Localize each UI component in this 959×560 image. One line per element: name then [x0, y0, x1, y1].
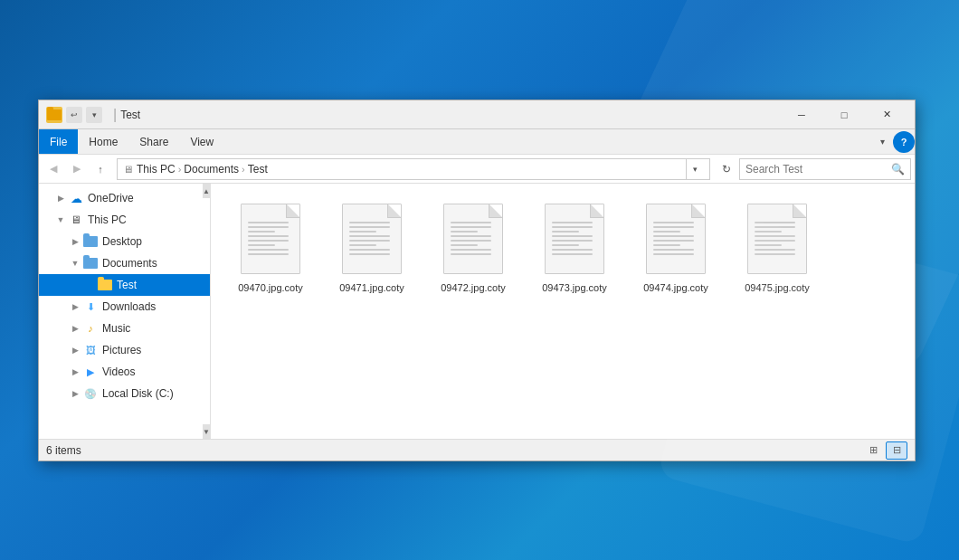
test-expand[interactable] — [82, 278, 97, 292]
back-button[interactable]: ◀ — [43, 158, 64, 180]
file-lines — [349, 222, 394, 258]
file-lines — [755, 222, 800, 258]
test-label: Test — [117, 279, 137, 291]
file-lines — [653, 222, 698, 258]
sidebar-item-documents[interactable]: ▼ Documents — [39, 252, 210, 274]
minimize-button[interactable]: ─ — [781, 100, 822, 129]
file-item[interactable]: 09470.jpg.coty — [225, 198, 316, 299]
file-page — [747, 204, 807, 274]
sidebar-item-videos[interactable]: ▶ ▶ Videos — [39, 361, 210, 383]
up-button[interactable]: ↑ — [90, 158, 111, 180]
pictures-icon: 🖼 — [82, 343, 99, 357]
this-pc-icon: 🖥 — [68, 213, 84, 227]
file-explorer-window: ↩ ▾ | Test ─ □ ✕ File Home Share View ▾ … — [38, 100, 916, 461]
documents-label: Documents — [102, 257, 157, 270]
local-disk-expand[interactable]: ▶ — [68, 386, 82, 401]
file-item[interactable]: 09474.jpg.coty — [631, 198, 721, 299]
help-button[interactable]: ? — [893, 131, 915, 153]
onedrive-icon: ☁ — [68, 191, 84, 205]
path-this-pc[interactable]: This PC — [137, 163, 176, 176]
music-icon: ♪ — [82, 321, 99, 336]
path-dropdown-btn[interactable]: ▾ — [686, 158, 704, 180]
path-test[interactable]: Test — [248, 163, 268, 176]
item-count: 6 items — [46, 444, 81, 457]
menu-bar: File Home Share View ▾ ? — [39, 129, 915, 155]
this-pc-expand[interactable]: ▼ — [53, 213, 68, 227]
file-icon — [543, 204, 606, 278]
sidebar-item-downloads[interactable]: ▶ ⬇ Downloads — [39, 296, 210, 318]
file-name: 09471.jpg.coty — [339, 281, 404, 294]
file-name: 09473.jpg.coty — [542, 281, 607, 294]
sidebar: ▲ ▶ ☁ OneDrive ▼ 🖥 This PC ▶ Desktop — [39, 184, 211, 439]
sidebar-item-desktop[interactable]: ▶ Desktop — [39, 231, 210, 252]
files-area: 09470.jpg.coty 09471.jpg.coty 09472.jpg.… — [211, 184, 915, 439]
sidebar-scroll-up[interactable]: ▲ — [203, 184, 210, 198]
file-name: 09474.jpg.coty — [643, 281, 708, 294]
file-item[interactable]: 09472.jpg.coty — [428, 198, 518, 299]
path-sep1: › — [178, 164, 182, 175]
file-item[interactable]: 09475.jpg.coty — [732, 198, 822, 299]
window-title: Test — [120, 109, 781, 121]
quick-access-folder-icon — [46, 107, 62, 123]
menu-home[interactable]: Home — [78, 129, 128, 154]
file-lines — [248, 222, 293, 258]
quick-access-toolbar: ↩ ▾ — [46, 107, 102, 123]
view-toggle: ⊞ ⊟ — [862, 441, 907, 460]
sidebar-item-music[interactable]: ▶ ♪ Music — [39, 318, 210, 339]
sidebar-item-this-pc[interactable]: ▼ 🖥 This PC — [39, 209, 210, 231]
file-item[interactable]: 09471.jpg.coty — [327, 198, 417, 299]
test-icon — [97, 278, 113, 292]
file-name: 09475.jpg.coty — [745, 281, 810, 294]
title-bar: ↩ ▾ | Test ─ □ ✕ — [39, 100, 915, 129]
quick-access-btn1[interactable]: ↩ — [66, 107, 82, 123]
path-sep2: › — [242, 164, 245, 175]
menu-view[interactable]: View — [179, 129, 224, 154]
large-icons-view-btn[interactable]: ⊟ — [886, 441, 907, 460]
onedrive-expand[interactable]: ▶ — [53, 191, 68, 205]
downloads-expand[interactable]: ▶ — [68, 299, 82, 314]
sidebar-item-pictures[interactable]: ▶ 🖼 Pictures — [39, 339, 210, 361]
videos-icon: ▶ — [82, 365, 99, 379]
title-separator: | — [113, 107, 117, 123]
sidebar-item-onedrive[interactable]: ▶ ☁ OneDrive — [39, 187, 210, 209]
menu-expand-btn[interactable]: ▾ — [871, 129, 893, 154]
file-icon — [442, 204, 505, 278]
file-lines — [552, 222, 597, 258]
search-box: 🔍 — [739, 158, 911, 180]
folder-icon-small — [47, 109, 62, 120]
file-icon — [745, 204, 809, 278]
file-icon — [239, 204, 302, 278]
sidebar-scroll-down[interactable]: ▼ — [203, 424, 210, 439]
desktop-expand[interactable]: ▶ — [68, 234, 82, 249]
file-item[interactable]: 09473.jpg.coty — [529, 198, 620, 299]
search-icon[interactable]: 🔍 — [891, 163, 905, 176]
path-documents[interactable]: Documents — [184, 163, 239, 176]
details-view-btn[interactable]: ⊞ — [862, 441, 884, 460]
menu-share[interactable]: Share — [128, 129, 179, 154]
maximize-button[interactable]: □ — [823, 100, 865, 129]
quick-access-btn2[interactable]: ▾ — [86, 107, 102, 123]
address-bar: ◀ ▶ ↑ 🖥 This PC › Documents › Test ▾ ↻ 🔍 — [39, 155, 915, 184]
forward-button[interactable]: ▶ — [66, 158, 88, 180]
sidebar-item-local-disk[interactable]: ▶ 💿 Local Disk (C:) — [39, 383, 210, 404]
sidebar-item-test[interactable]: Test — [39, 274, 210, 296]
videos-expand[interactable]: ▶ — [68, 365, 82, 379]
onedrive-label: OneDrive — [88, 192, 134, 204]
status-bar: 6 items ⊞ ⊟ — [39, 439, 915, 460]
close-button[interactable]: ✕ — [866, 100, 907, 129]
music-label: Music — [102, 322, 130, 335]
file-name: 09470.jpg.coty — [238, 281, 303, 294]
documents-expand[interactable]: ▼ — [68, 256, 82, 271]
address-path[interactable]: 🖥 This PC › Documents › Test ▾ — [117, 158, 710, 180]
menu-file[interactable]: File — [39, 129, 78, 154]
local-disk-icon: 💿 — [82, 386, 99, 401]
file-icon — [644, 204, 707, 278]
path-icon: 🖥 — [123, 164, 133, 175]
pictures-expand[interactable]: ▶ — [68, 343, 82, 357]
search-input[interactable] — [745, 163, 891, 176]
music-expand[interactable]: ▶ — [68, 321, 82, 336]
desktop-icon — [82, 234, 99, 249]
desktop-label: Desktop — [102, 235, 142, 248]
refresh-button[interactable]: ↻ — [716, 158, 737, 180]
downloads-label: Downloads — [102, 300, 156, 313]
